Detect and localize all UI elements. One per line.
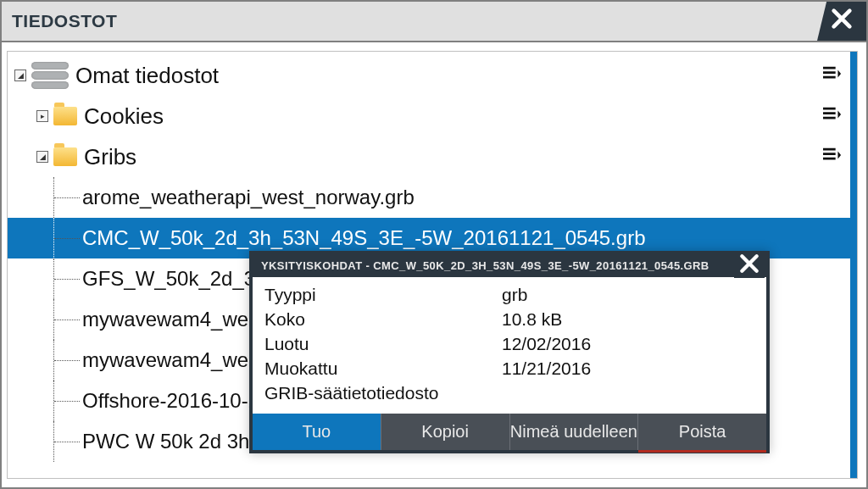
- detail-type-value: grb: [502, 282, 527, 307]
- detail-row: GRIB-säätietotiedosto: [264, 381, 754, 405]
- rename-button[interactable]: Nimeä uudelleen: [510, 414, 639, 450]
- copy-button[interactable]: Kopioi: [381, 414, 510, 450]
- detail-modified-label: Muokattu: [264, 356, 502, 381]
- folder-label: Cookies: [84, 103, 164, 130]
- details-popup: YKSITYISKOHDAT - CMC_W_50K_2D_3H_53N_49S…: [249, 251, 770, 453]
- tree-connector: [53, 421, 54, 462]
- drive-icon: [31, 61, 69, 90]
- row-menu-button[interactable]: [823, 107, 842, 125]
- svg-rect-0: [823, 67, 836, 69]
- detail-row: Muokattu 11/21/2016: [264, 356, 754, 381]
- tree-connector: [53, 381, 54, 421]
- svg-rect-1: [823, 71, 836, 74]
- tree-file[interactable]: arome_weatherapi_west_norway.grb: [8, 177, 857, 218]
- tree-root[interactable]: ◢ Omat tiedostot: [8, 55, 857, 96]
- detail-created-value: 12/02/2016: [502, 331, 591, 356]
- detail-modified-value: 11/21/2016: [502, 356, 591, 381]
- titlebar: TIEDOSTOT: [2, 2, 866, 42]
- svg-rect-6: [823, 148, 836, 151]
- files-window: TIEDOSTOT ◢ Omat tiedostot: [0, 0, 868, 489]
- tree-connector: [53, 177, 54, 218]
- tree-connector: [53, 299, 54, 340]
- popup-body: Tyyppi grb Koko 10.8 kB Luotu 12/02/2016…: [253, 277, 766, 414]
- file-label: arome_weatherapi_west_norway.grb: [82, 186, 415, 209]
- detail-size-label: Koko: [264, 307, 502, 331]
- detail-type-label: Tyyppi: [264, 282, 502, 307]
- close-icon: [830, 7, 854, 34]
- expand-toggle[interactable]: ▸: [36, 110, 48, 122]
- svg-rect-2: [823, 76, 836, 79]
- delete-button[interactable]: Poista: [638, 414, 766, 453]
- window-title: TIEDOSTOT: [12, 11, 117, 31]
- popup-actions: Tuo Kopioi Nimeä uudelleen Poista: [253, 414, 766, 450]
- detail-row: Tyyppi grb: [264, 282, 754, 307]
- tree-folder[interactable]: ▸ Cookies: [8, 96, 857, 136]
- window-close-button[interactable]: [817, 0, 866, 41]
- detail-created-label: Luotu: [264, 331, 502, 356]
- tree-connector: [53, 340, 54, 381]
- svg-rect-8: [823, 158, 836, 160]
- file-label: CMC_W_50k_2d_3h_53N_49S_3E_-5W_20161121_…: [82, 226, 645, 250]
- popup-title: YKSITYISKOHDAT - CMC_W_50K_2D_3H_53N_49S…: [253, 254, 766, 277]
- svg-rect-4: [823, 112, 836, 114]
- detail-row: Luotu 12/02/2016: [264, 331, 754, 356]
- tree-connector: [53, 218, 54, 258]
- import-button[interactable]: Tuo: [253, 414, 381, 450]
- tree-folder[interactable]: ◢ Gribs: [8, 136, 857, 177]
- detail-size-value: 10.8 kB: [502, 307, 562, 331]
- folder-icon: [53, 107, 77, 125]
- svg-rect-7: [823, 153, 836, 155]
- expand-toggle[interactable]: ◢: [14, 69, 26, 81]
- svg-rect-3: [823, 108, 836, 110]
- folder-label: Gribs: [84, 144, 136, 170]
- row-menu-button[interactable]: [823, 66, 842, 85]
- popup-title-text: YKSITYISKOHDAT - CMC_W_50K_2D_3H_53N_49S…: [261, 259, 709, 272]
- row-menu-button[interactable]: [823, 147, 842, 166]
- root-label: Omat tiedostot: [75, 63, 219, 89]
- popup-close-button[interactable]: [734, 251, 765, 278]
- folder-icon: [53, 147, 77, 166]
- detail-description: GRIB-säätietotiedosto: [264, 381, 502, 405]
- detail-row: Koko 10.8 kB: [264, 307, 754, 331]
- svg-rect-5: [823, 117, 836, 119]
- tree-connector: [53, 258, 54, 299]
- expand-toggle[interactable]: ◢: [36, 151, 48, 163]
- close-icon: [738, 253, 760, 277]
